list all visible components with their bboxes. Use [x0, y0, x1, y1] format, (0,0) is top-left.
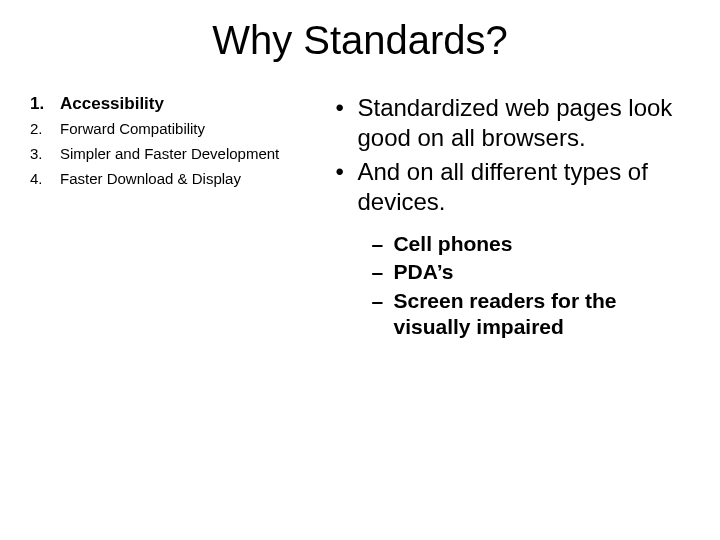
sub-item: – PDA’s: [371, 259, 690, 285]
list-number: 4.: [30, 170, 60, 189]
bullet-list: • Standardized web pages look good on al…: [335, 93, 690, 340]
sub-text: Cell phones: [393, 231, 512, 257]
list-number: 2.: [30, 120, 60, 139]
list-item: Faster Download & Display: [60, 170, 325, 189]
slide-body: 1. Accessibility 2. Forward Compatibilit…: [0, 63, 720, 342]
dash-icon: –: [371, 231, 393, 257]
right-column: • Standardized web pages look good on al…: [335, 93, 690, 342]
sub-item: – Screen readers for the visually impair…: [371, 288, 690, 341]
bullet-item: • Standardized web pages look good on al…: [335, 93, 690, 153]
left-column: 1. Accessibility 2. Forward Compatibilit…: [30, 93, 325, 342]
sub-text: PDA’s: [393, 259, 453, 285]
list-item: Simpler and Faster Development: [60, 145, 325, 164]
bullet-item: • And on all different types of devices.: [335, 157, 690, 217]
list-number: 1.: [30, 93, 60, 114]
list-number: 3.: [30, 145, 60, 164]
sub-item: – Cell phones: [371, 231, 690, 257]
bullet-icon: •: [335, 93, 357, 123]
slide-title: Why Standards?: [0, 0, 720, 63]
bullet-text: Standardized web pages look good on all …: [357, 93, 690, 153]
list-item: Forward Compatibility: [60, 120, 325, 139]
bullet-text: And on all different types of devices.: [357, 157, 690, 217]
dash-icon: –: [371, 288, 393, 314]
slide: Why Standards? 1. Accessibility 2. Forwa…: [0, 0, 720, 540]
sub-list: – Cell phones – PDA’s – Screen readers f…: [335, 231, 690, 340]
sub-text: Screen readers for the visually impaired: [393, 288, 690, 341]
bullet-icon: •: [335, 157, 357, 187]
list-item: Accessibility: [60, 93, 325, 114]
dash-icon: –: [371, 259, 393, 285]
numbered-list: 1. Accessibility 2. Forward Compatibilit…: [30, 93, 325, 189]
